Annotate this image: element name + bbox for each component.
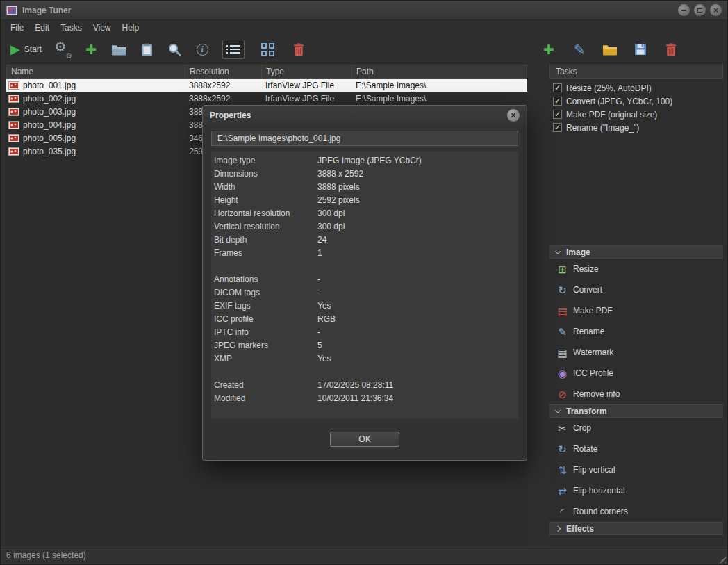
task-item[interactable]: ✓ Convert (JPEG, YCbCr, 100)	[549, 95, 723, 108]
file-name-cell: photo_005.jpg	[6, 133, 185, 143]
close-icon: ×	[713, 6, 718, 15]
maximize-button[interactable]	[694, 4, 706, 16]
add-task-button[interactable]: ✚	[541, 40, 556, 59]
tool-icon: ▤	[556, 347, 568, 358]
tool-item[interactable]: ⇅ Flip vertical	[549, 459, 723, 480]
tool-item[interactable]: ↻ Convert	[549, 279, 723, 300]
tool-item[interactable]: ⇄ Flip horizontal	[549, 480, 723, 501]
resize-grip-icon[interactable]	[717, 554, 726, 563]
file-info-button[interactable]: i	[195, 40, 210, 59]
task-label: Resize (25%, AutoDPI)	[566, 83, 652, 93]
checkbox-icon[interactable]: ✓	[553, 83, 562, 92]
property-label: Annotations	[214, 275, 317, 288]
file-name: photo_004.jpg	[23, 120, 76, 130]
property-value: 2592 pixels	[317, 195, 518, 208]
tool-label: ICC Profile	[573, 368, 613, 378]
property-row: Height 2592 pixels	[211, 195, 518, 208]
column-header-name[interactable]: Name	[7, 65, 185, 78]
menu-bar: File Edit Tasks View Help	[1, 20, 727, 35]
tool-item[interactable]: ⊞ Resize	[549, 259, 723, 279]
file-resolution: 3888x2592	[185, 94, 261, 104]
ok-button[interactable]: OK	[330, 432, 399, 447]
add-images-button[interactable]: ✚	[83, 40, 99, 59]
dialog-title-bar[interactable]: Properties ×	[203, 106, 527, 125]
check-icon: ✓	[554, 124, 561, 131]
section-header-image[interactable]: Image	[549, 245, 723, 259]
section-header-effects[interactable]: Effects	[549, 522, 723, 535]
remove-images-button[interactable]	[291, 40, 306, 59]
section-items-transform: ✂ Crop ↻ Rotate ⇅ Flip vertical ⇄ Flip h…	[549, 418, 723, 522]
list-view-icon	[226, 43, 240, 56]
menu-item-view[interactable]: View	[88, 21, 117, 35]
folder-yellow-icon	[602, 44, 618, 56]
tool-label: Crop	[573, 423, 591, 433]
property-label: Modified	[214, 393, 317, 407]
start-button[interactable]: ▶ Start	[10, 40, 42, 59]
magnifier-icon	[168, 43, 181, 56]
tool-label: Make PDF	[573, 306, 613, 316]
checkbox-icon[interactable]: ✓	[553, 123, 562, 132]
dialog-title: Properties	[210, 110, 251, 120]
delete-task-button[interactable]	[663, 40, 679, 59]
open-folder-button[interactable]	[111, 40, 126, 59]
property-value: -	[317, 288, 518, 301]
menu-item-file[interactable]: File	[5, 21, 29, 35]
task-item[interactable]: ✓ Resize (25%, AutoDPI)	[549, 81, 723, 95]
tool-item[interactable]: ✎ Rename	[549, 321, 723, 342]
property-value	[317, 261, 518, 275]
file-thumbnail-icon	[8, 147, 19, 156]
property-label: Image type	[214, 156, 317, 169]
property-row	[211, 367, 518, 380]
tool-item[interactable]: ✂ Crop	[549, 418, 723, 439]
section-title: Image	[566, 247, 590, 257]
menu-item-help[interactable]: Help	[117, 21, 145, 35]
column-header-type[interactable]: Type	[262, 65, 352, 78]
tool-item[interactable]: ◜ Round corners	[549, 501, 723, 522]
property-label: IPTC info	[214, 327, 317, 341]
file-thumbnail-icon	[8, 121, 19, 129]
dialog-footer: OK	[211, 419, 518, 447]
dialog-close-button[interactable]: ×	[507, 109, 520, 122]
tool-item[interactable]: ↻ Rotate	[549, 439, 723, 459]
menu-item-tasks[interactable]: Tasks	[55, 21, 88, 35]
table-row[interactable]: photo_002.jpg 3888x2592 IrfanView JPG Fi…	[6, 92, 527, 105]
minimize-button[interactable]	[678, 4, 690, 16]
menu-item-edit[interactable]: Edit	[29, 21, 55, 35]
property-row: Horizontal resolution 300 dpi	[211, 208, 518, 222]
property-row: Modified 10/02/2011 21:36:34	[211, 393, 518, 407]
tool-item[interactable]: ▤ Make PDF	[549, 300, 723, 321]
property-value: 300 dpi	[317, 222, 518, 235]
preview-button[interactable]	[167, 40, 182, 59]
property-label: DICOM tags	[214, 288, 317, 301]
settings-button[interactable]: ⚙⚙	[54, 40, 71, 59]
tool-item[interactable]: ◉ ICC Profile	[549, 363, 723, 384]
toolbar-left-group: ▶ Start ⚙⚙ ✚	[10, 40, 306, 59]
tool-icon: ⇄	[556, 486, 568, 496]
task-item[interactable]: ✓ Rename ("Image_")	[549, 121, 723, 134]
list-view-button[interactable]	[222, 40, 245, 59]
thumbnail-view-button[interactable]	[257, 40, 279, 59]
file-name: photo_002.jpg	[23, 94, 76, 104]
property-value: Yes	[317, 301, 518, 314]
paste-button[interactable]	[139, 40, 154, 59]
load-tasks-button[interactable]	[602, 40, 618, 59]
tool-label: Round corners	[573, 507, 628, 516]
tool-label: Flip vertical	[573, 465, 615, 475]
close-button[interactable]: ×	[710, 4, 722, 16]
column-header-path[interactable]: Path	[352, 65, 527, 78]
file-path-field[interactable]: E:\Sample Images\photo_001.jpg	[211, 131, 518, 146]
edit-task-button[interactable]: ✎	[572, 40, 587, 59]
file-name-cell: photo_001.jpg	[6, 81, 185, 90]
tool-item[interactable]: ▤ Watermark	[549, 342, 723, 363]
table-row[interactable]: photo_001.jpg 3888x2592 IrfanView JPG Fi…	[6, 79, 527, 92]
task-item[interactable]: ✓ Make PDF (original size)	[549, 108, 723, 121]
tool-item[interactable]: ⊘ Remove info	[549, 384, 723, 404]
section-header-transform[interactable]: Transform	[549, 404, 723, 418]
check-icon: ✓	[554, 110, 561, 118]
checkbox-icon[interactable]: ✓	[553, 97, 562, 106]
save-tasks-button[interactable]	[633, 40, 648, 59]
column-header-resolution[interactable]: Resolution	[185, 65, 262, 78]
file-list-header: Name Resolution Type Path	[6, 65, 527, 79]
file-path: E:\Sample Images\	[351, 81, 527, 90]
checkbox-icon[interactable]: ✓	[553, 110, 562, 119]
